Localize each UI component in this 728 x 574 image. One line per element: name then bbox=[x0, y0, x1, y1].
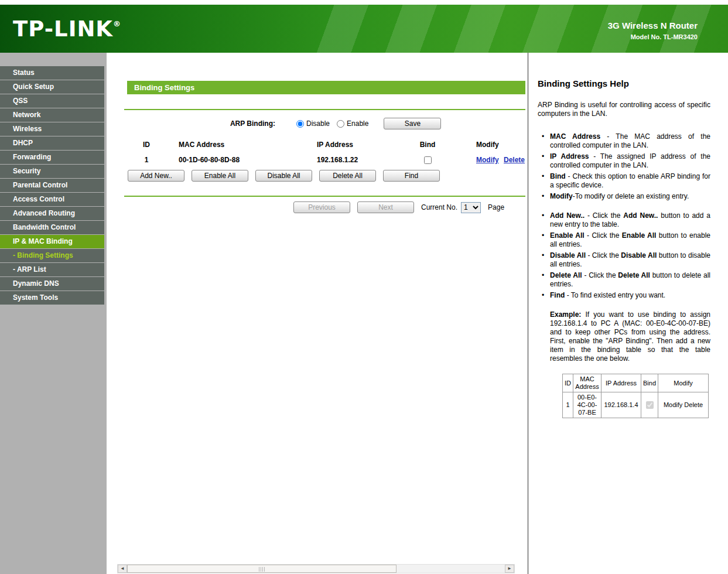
table-row: 1 00-1D-60-80-8D-88 192.168.1.22 Modify … bbox=[128, 152, 527, 168]
enable-all-button[interactable]: Enable All bbox=[192, 170, 248, 182]
help-bullet-text: MAC Address - The MAC address of the con… bbox=[550, 132, 710, 150]
find-button[interactable]: Find bbox=[383, 170, 440, 182]
example-header-mac: MAC Address bbox=[573, 374, 601, 392]
help-bullet: •Enable All - Click the Enable All butto… bbox=[538, 231, 710, 249]
help-bullet: •Delete All - Click the Delete All butto… bbox=[538, 271, 710, 289]
help-bullet: •Disable All - Click the Disable All but… bbox=[538, 251, 710, 269]
scroll-thumb[interactable] bbox=[127, 565, 397, 573]
page-label: Page bbox=[488, 203, 504, 211]
arp-enable-label: Enable bbox=[347, 119, 368, 128]
sidebar-item-qss[interactable]: QSS bbox=[0, 94, 104, 108]
bullet-icon: • bbox=[542, 132, 550, 150]
arp-enable-option: Enable bbox=[337, 119, 368, 128]
arp-disable-option: Disable bbox=[296, 119, 330, 128]
header-modify: Modify bbox=[452, 137, 527, 152]
current-no-label: Current No. bbox=[421, 203, 457, 211]
help-bullet: •IP Address - The assigned IP address of… bbox=[538, 152, 710, 170]
example-cell-modify: Modify Delete bbox=[658, 392, 709, 418]
sidebar-item-wireless[interactable]: Wireless bbox=[0, 122, 104, 136]
help-panel: Binding Settings Help ARP Binding is use… bbox=[529, 53, 728, 574]
bind-checkbox[interactable] bbox=[424, 156, 432, 164]
sidebar-item-quick-setup[interactable]: Quick Setup bbox=[0, 80, 104, 94]
action-buttons: Add New..Enable AllDisable AllDelete All… bbox=[128, 170, 527, 182]
registered-mark: ® bbox=[113, 19, 121, 28]
product-model: Model No. TL-MR3420 bbox=[608, 33, 698, 40]
sidebar-item-dynamic-dns[interactable]: Dynamic DNS bbox=[0, 277, 104, 291]
modify-link[interactable]: Modify bbox=[476, 156, 499, 164]
header-id: ID bbox=[128, 137, 165, 152]
example-table: ID MAC Address IP Address Bind Modify 1 … bbox=[562, 374, 709, 418]
add-new-button[interactable]: Add New.. bbox=[128, 170, 184, 182]
bullet-icon: • bbox=[542, 172, 550, 190]
sidebar-item-network[interactable]: Network bbox=[0, 108, 104, 122]
pagination: Previous Next Current No. 1 Page bbox=[293, 201, 527, 213]
arp-binding-row: ARP Binding: Disable Enable Save bbox=[107, 117, 527, 130]
sidebar-item-ip-mac-binding[interactable]: IP & MAC Binding bbox=[0, 235, 104, 248]
sidebar-item-access-control[interactable]: Access Control bbox=[0, 193, 104, 206]
bullet-icon: • bbox=[542, 271, 550, 289]
next-button[interactable]: Next bbox=[357, 201, 414, 213]
help-bullet-text: Bind - Check this option to enable ARP b… bbox=[550, 172, 710, 190]
help-bullet-text: Disable All - Click the Disable All butt… bbox=[550, 251, 710, 269]
save-button[interactable]: Save bbox=[384, 118, 441, 129]
bullet-icon: • bbox=[542, 211, 550, 229]
bullet-icon: • bbox=[542, 192, 550, 201]
sidebar-menu: StatusQuick SetupQSSNetworkWirelessDHCPF… bbox=[0, 53, 107, 305]
example-header-bind: Bind bbox=[641, 374, 658, 392]
main-panel: Binding Settings ARP Binding: Disable En… bbox=[107, 53, 527, 574]
logo-text: TP-LINK bbox=[13, 16, 113, 42]
help-bullet: •MAC Address - The MAC address of the co… bbox=[538, 132, 710, 150]
sidebar-item-bandwidth-control[interactable]: Bandwidth Control bbox=[0, 221, 104, 234]
divider bbox=[124, 109, 525, 110]
previous-button[interactable]: Previous bbox=[293, 201, 350, 213]
cell-bind bbox=[403, 152, 452, 168]
help-bullets: •MAC Address - The MAC address of the co… bbox=[538, 132, 710, 300]
sidebar-item-arp-list[interactable]: - ARP List bbox=[0, 263, 104, 276]
cell-modify: Modify Delete bbox=[452, 152, 527, 168]
header-mac: MAC Address bbox=[165, 137, 303, 152]
delete-all-button[interactable]: Delete All bbox=[319, 170, 376, 182]
help-title: Binding Settings Help bbox=[538, 78, 710, 88]
help-bullet-text: Modify-To modify or delete an existing e… bbox=[550, 192, 710, 201]
example-header-id: ID bbox=[563, 374, 573, 392]
help-intro: ARP Binding is useful for controlling ac… bbox=[538, 101, 710, 118]
sidebar-item-parental-control[interactable]: Parental Control bbox=[0, 179, 104, 192]
bullet-icon: • bbox=[542, 231, 550, 249]
sidebar-item-security[interactable]: Security bbox=[0, 165, 104, 178]
scroll-right-button[interactable]: ► bbox=[505, 565, 514, 573]
bullet-icon: • bbox=[542, 291, 550, 300]
binding-table: ID MAC Address IP Address Bind Modify 1 … bbox=[128, 137, 527, 168]
example-table-row: 1 00-E0-4C-00-07-BE 192.168.1.4 Modify D… bbox=[563, 392, 709, 418]
sidebar-item-system-tools[interactable]: System Tools bbox=[0, 291, 104, 305]
scroll-left-button[interactable]: ◄ bbox=[118, 565, 127, 573]
arp-disable-radio[interactable] bbox=[296, 120, 304, 128]
delete-link[interactable]: Delete bbox=[504, 156, 525, 164]
bullet-icon: • bbox=[542, 152, 550, 170]
example-label: Example: bbox=[550, 310, 581, 319]
arp-enable-radio[interactable] bbox=[337, 120, 344, 128]
product-info: 3G Wireless N Router Model No. TL-MR3420 bbox=[608, 20, 698, 40]
cell-mac: 00-1D-60-80-8D-88 bbox=[165, 152, 303, 168]
bullet-icon: • bbox=[542, 251, 550, 269]
help-bullet-text: IP Address - The assigned IP address of … bbox=[550, 152, 710, 170]
scroll-left-arrow-icon: ◄ bbox=[120, 566, 125, 571]
scroll-right-arrow-icon: ► bbox=[507, 566, 512, 571]
help-bullet: •Add New.. - Click the Add New.. button … bbox=[538, 211, 710, 229]
example-cell-bind bbox=[641, 392, 658, 418]
sidebar-item-status[interactable]: Status bbox=[0, 66, 104, 80]
page-title: Binding Settings bbox=[127, 81, 525, 94]
help-content: Binding Settings Help ARP Binding is use… bbox=[529, 53, 728, 418]
disable-all-button[interactable]: Disable All bbox=[255, 170, 312, 182]
help-bullet-text: Find - To find existed entry you want. bbox=[550, 291, 710, 300]
sidebar-item-forwarding[interactable]: Forwarding bbox=[0, 151, 104, 164]
sidebar-item-binding-settings[interactable]: - Binding Settings bbox=[0, 249, 104, 262]
sidebar-item-advanced-routing[interactable]: Advanced Routing bbox=[0, 207, 104, 220]
example-cell-mac: 00-E0-4C-00-07-BE bbox=[573, 392, 601, 418]
example-cell-ip: 192.168.1.4 bbox=[601, 392, 641, 418]
header-bind: Bind bbox=[403, 137, 452, 152]
horizontal-scrollbar[interactable]: ◄ ► bbox=[117, 564, 515, 573]
current-page-select[interactable]: 1 bbox=[461, 202, 481, 213]
sidebar-item-dhcp[interactable]: DHCP bbox=[0, 136, 104, 150]
help-bullet: •Bind - Check this option to enable ARP … bbox=[538, 172, 710, 190]
divider bbox=[124, 196, 525, 197]
